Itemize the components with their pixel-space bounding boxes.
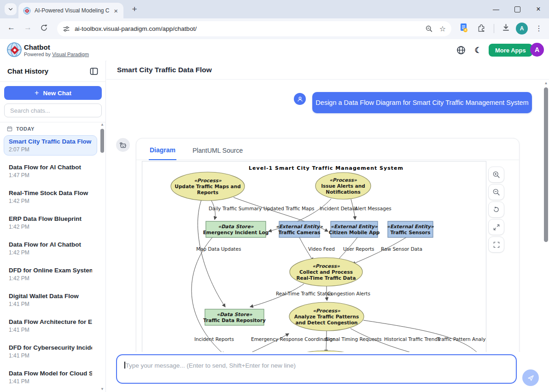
chat-history-item[interactable]: Data Flow Model for Cloud S...1:41 PM <box>4 367 97 387</box>
url-text: ai-toolbox.visual-paradigm.com/app/chatb… <box>75 25 419 32</box>
sidebar-header: Chat History <box>0 61 105 82</box>
zoom-in-button[interactable] <box>488 167 504 183</box>
powered-by-text: Powered by <box>24 52 51 57</box>
dfd-node-label: «External Entity» <box>387 224 434 230</box>
tab-plantuml-source[interactable]: PlantUML Source <box>192 147 244 160</box>
chat-history-item[interactable]: Data Flow for AI Chatbot1:47 PM <box>4 161 97 181</box>
dfd-node-label: Analyze Traffic Patterns <box>294 314 359 319</box>
dfd-edge-label: Traffic Pattern Analysis <box>437 336 486 342</box>
dfd-node-label: and Detect Congestion <box>295 320 357 325</box>
back-button[interactable]: ← <box>7 23 15 32</box>
bot-response-card: Diagram PlantUML Source Level-1 Smart Ci… <box>136 138 520 352</box>
url-bar[interactable]: ai-toolbox.visual-paradigm.com/app/chatb… <box>57 21 451 36</box>
globe-icon <box>456 46 466 55</box>
dfd-edge-label: Raw Sensor Data <box>381 246 422 252</box>
send-icon <box>527 374 535 382</box>
docs-extension-button[interactable] <box>459 23 468 33</box>
tab-diagram[interactable]: Diagram <box>149 146 176 160</box>
main-scrollbar-thumb[interactable] <box>544 87 548 242</box>
chat-history-item[interactable]: Smart City Traffic Data Flow2:07 PM <box>4 135 97 156</box>
dfd-node-label: «Data Store» <box>218 224 253 229</box>
docs-extension-icon <box>459 23 468 33</box>
chat-history-item[interactable]: DFD for Online Exam System1:42 PM <box>4 264 97 284</box>
tab-search-button[interactable] <box>5 3 17 15</box>
tab-close-icon[interactable]: × <box>113 7 119 14</box>
tab-title: AI-Powered Visual Modeling Ch <box>35 7 109 14</box>
conversation-title: Smart City Traffic Data Flow <box>106 61 549 80</box>
extensions-button[interactable] <box>477 23 486 32</box>
sidebar-scrollbar[interactable]: ▲ ▼ <box>100 121 105 392</box>
dfd-node-label: Real-Time Traffic Data <box>297 275 356 281</box>
account-avatar[interactable]: A <box>530 43 544 57</box>
scroll-up-icon[interactable]: ▲ <box>543 81 549 85</box>
message-input-bar: Type your message... (Enter to send, Shi… <box>106 352 549 392</box>
fullscreen-button[interactable] <box>488 236 504 253</box>
diagram-canvas[interactable]: Level-1 Smart City Traffic Management Sy… <box>142 161 486 352</box>
chat-history-item[interactable]: Real-Time Stock Data Flow1:42 PM <box>4 187 97 207</box>
sidebar-scrollbar-thumb[interactable] <box>100 129 104 153</box>
browser-menu-button[interactable]: ⋮ <box>535 23 543 35</box>
panel-toggle-icon[interactable] <box>90 68 98 75</box>
new-tab-button[interactable]: + <box>129 4 140 15</box>
toolbar-divider <box>494 24 494 33</box>
close-window-button[interactable]: × <box>528 5 549 13</box>
chat-item-time: 1:47 PM <box>9 172 92 179</box>
dfd-edge-label: User Reports <box>343 246 374 252</box>
scroll-down-icon[interactable]: ▼ <box>100 387 105 391</box>
reload-icon <box>40 24 48 32</box>
input-placeholder: Type your message... (Enter to send, Shi… <box>126 362 296 369</box>
dfd-edge-label: Daily Traffic Summary <box>209 206 262 211</box>
forward-button[interactable]: → <box>24 23 32 32</box>
chat-item-time: 1:42 PM <box>9 224 92 230</box>
chat-history-item[interactable]: DFD for Cybersecurity Incide...1:41 PM <box>4 341 97 362</box>
search-input[interactable] <box>4 104 102 117</box>
robot-icon <box>119 141 127 149</box>
app-header <box>0 39 549 61</box>
reload-button[interactable] <box>40 24 48 32</box>
bookmark-star-icon[interactable]: ☆ <box>439 24 446 33</box>
diagram-controls <box>488 167 504 253</box>
more-apps-button[interactable]: More Apps <box>489 44 532 57</box>
magnifier-minus-icon <box>425 25 433 33</box>
browser-profile-avatar[interactable]: A <box>516 23 528 35</box>
browser-tab[interactable]: AI-Powered Visual Modeling Ch × <box>18 3 123 18</box>
chat-item-time: 1:41 PM <box>9 327 92 333</box>
chat-history-item[interactable]: Data Flow Architecture for E-...1:41 PM <box>4 316 97 336</box>
dfd-node-label: «Process» <box>313 308 340 313</box>
dfd-node-label: «External Entity» <box>331 224 378 230</box>
zoom-out-button[interactable] <box>488 184 504 200</box>
text-caret <box>124 362 125 369</box>
calendar-icon <box>7 126 12 132</box>
chat-history-item[interactable]: Data Flow for AI Chatbot1:42 PM <box>4 238 97 259</box>
dfd-node-label: «Process» <box>312 263 340 269</box>
chat-history-list: Smart City Traffic Data Flow2:07 PMData … <box>0 134 105 387</box>
chat-history-item[interactable]: Digital Wallet Data Flow1:41 PM <box>4 290 97 310</box>
maximize-icon <box>514 6 520 12</box>
dfd-node-label: Issue Alerts and <box>321 183 365 189</box>
visual-paradigm-link[interactable]: Visual Paradigm <box>52 52 89 57</box>
chat-history-item[interactable]: ERP Data Flow Blueprint1:42 PM <box>4 213 97 233</box>
app-title: Chatbot <box>24 43 50 51</box>
language-button[interactable] <box>456 45 466 55</box>
dfd-edge-label: Emergency Response Coordination <box>251 336 335 342</box>
minimize-button[interactable]: — <box>485 6 507 13</box>
send-button[interactable] <box>522 369 539 386</box>
dfd-edge-label: Congestion Alerts <box>327 291 370 296</box>
downloads-button[interactable] <box>502 23 510 32</box>
main-scrollbar[interactable]: ▲ <box>543 81 549 351</box>
dfd-node-label: Collect and Process <box>299 269 353 275</box>
new-chat-label: New Chat <box>43 90 71 97</box>
scroll-up-icon[interactable]: ▲ <box>100 122 105 127</box>
chat-item-title: Data Flow for AI Chatbot <box>9 241 92 248</box>
dfd-edge-label: Alert Messages <box>355 206 391 211</box>
maximize-button[interactable] <box>507 6 528 12</box>
reset-view-button[interactable] <box>488 202 504 218</box>
zoom-level-button[interactable] <box>425 25 433 33</box>
message-input[interactable]: Type your message... (Enter to send, Shi… <box>116 354 517 384</box>
dark-mode-button[interactable]: ☾ <box>473 45 483 55</box>
site-favicon-icon <box>23 7 31 15</box>
chat-item-time: 1:42 PM <box>9 249 92 256</box>
expand-button[interactable] <box>488 219 504 235</box>
new-chat-button[interactable]: + New Chat <box>4 86 102 100</box>
plus-icon: + <box>35 89 39 97</box>
